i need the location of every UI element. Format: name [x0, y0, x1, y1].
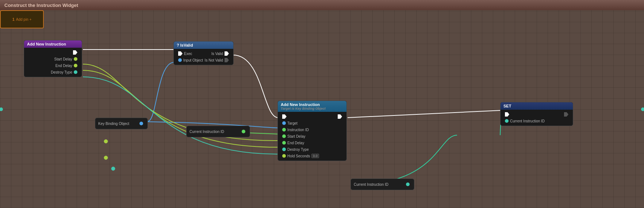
isvalid-notvalid-pin [225, 58, 229, 62]
node-add-new-left-body: Start Delay End Delay Destroy Type [24, 48, 82, 77]
row-current-id-right: Current Instruction ID [354, 181, 411, 188]
node-current-id-right[interactable]: Current Instruction ID [350, 178, 414, 190]
set-current-id-label: Current Instruction ID [510, 119, 545, 123]
row-destroy-type: Destroy Type [27, 69, 79, 75]
node-set[interactable]: SET Current Instruction ID [500, 102, 573, 126]
node-addpin[interactable]: 1 Add pin + [0, 10, 44, 28]
svg-point-2 [111, 167, 115, 170]
row-current-id-left: Current Instruction ID [189, 128, 247, 135]
page-title: Construct the Instruction Widget [4, 3, 78, 8]
row-center-destroy-type: Destroy Type [281, 146, 344, 153]
row-instruction-id: Instruction ID [281, 126, 344, 133]
svg-point-0 [104, 140, 108, 143]
target-pin [282, 121, 286, 125]
node-current-id-left-body: Current Instruction ID [187, 126, 250, 137]
addpin-right-pin [641, 107, 644, 111]
node-add-new-center-title: Add New Instruction [281, 102, 326, 107]
node-add-new-center-body: Target Instruction ID Start Delay End De… [278, 112, 346, 161]
node-add-new-center-header: Add New Instruction Target is Key Bindin… [278, 101, 346, 112]
center-exec-in [282, 114, 287, 119]
set-exec-in [505, 112, 509, 117]
node-set-header: SET [501, 102, 573, 110]
current-id-right-pin [406, 183, 410, 186]
set-current-id-pin [505, 119, 509, 123]
addpin-label[interactable]: Add pin + [16, 17, 32, 21]
row-target: Target [281, 120, 344, 126]
node-isvalid-title: ? IsValid [177, 43, 193, 47]
set-exec-out [564, 112, 568, 117]
row-center-start-delay: Start Delay [281, 133, 344, 140]
node-add-new-center-sub: Target is Key Binding Object [281, 107, 326, 110]
addpin-number: 1 [12, 17, 15, 21]
node-keybinding[interactable]: Key Binding Object [95, 118, 148, 129]
row-isvalid-exec: Exec Is Valid [177, 50, 230, 57]
isvalid-exec-out [225, 51, 229, 56]
exec-out-pin [73, 50, 77, 55]
row-start-delay: Start Delay [27, 56, 79, 62]
keybinding-label: Key Binding Object [98, 122, 129, 126]
row-keybinding: Key Binding Object [98, 120, 145, 127]
current-id-right-label: Current Instruction ID [354, 183, 388, 187]
row-exec-out [27, 49, 79, 56]
row-set-current-id: Current Instruction ID [503, 118, 570, 124]
keybinding-out-pin [139, 122, 143, 125]
node-current-id-right-body: Current Instruction ID [351, 179, 414, 190]
end-delay-pin [74, 64, 77, 67]
destroy-type-pin [74, 70, 77, 74]
hold-seconds-pin [282, 154, 286, 158]
start-delay-pin [74, 57, 77, 61]
node-isvalid-header: ? IsValid [174, 42, 233, 49]
node-add-new-left[interactable]: Add New Instruction Start Delay End Dela… [24, 40, 82, 77]
title-bar: Construct the Instruction Widget [0, 0, 644, 10]
center-end-delay-pin [282, 141, 286, 145]
row-end-delay: End Delay [27, 62, 79, 69]
node-add-new-center[interactable]: Add New Instruction Target is Key Bindin… [277, 101, 347, 161]
center-start-delay-pin [282, 134, 286, 138]
node-isvalid-body: Exec Is Valid Input Object Is Not Valid [174, 49, 233, 65]
current-id-left-label: Current Instruction ID [189, 130, 224, 134]
row-isvalid-input: Input Object Is Not Valid [177, 57, 230, 63]
row-set-exec [503, 111, 570, 118]
node-add-new-left-header: Add New Instruction [24, 40, 82, 48]
node-set-body: Current Instruction ID [501, 110, 573, 126]
row-center-end-delay: End Delay [281, 140, 344, 146]
node-set-title: SET [503, 104, 511, 108]
svg-point-1 [104, 156, 108, 160]
current-id-left-pin [242, 130, 245, 133]
center-exec-out [338, 114, 342, 119]
addpin-left-pin [0, 107, 3, 111]
node-current-id-left[interactable]: Current Instruction ID [186, 126, 250, 137]
node-isvalid[interactable]: ? IsValid Exec Is Valid Input Object Is … [173, 41, 234, 65]
canvas: Add New Instruction Start Delay End Dela… [0, 10, 644, 208]
node-add-new-left-title: Add New Instruction [27, 42, 66, 46]
instruction-id-pin [282, 128, 286, 132]
center-destroy-type-pin [282, 148, 286, 151]
row-center-exec [281, 113, 344, 120]
node-keybinding-body: Key Binding Object [95, 118, 147, 129]
isvalid-input-pin [178, 58, 182, 62]
isvalid-exec-in [178, 51, 183, 56]
row-hold-seconds: Hold Seconds 0.0 [281, 153, 344, 159]
